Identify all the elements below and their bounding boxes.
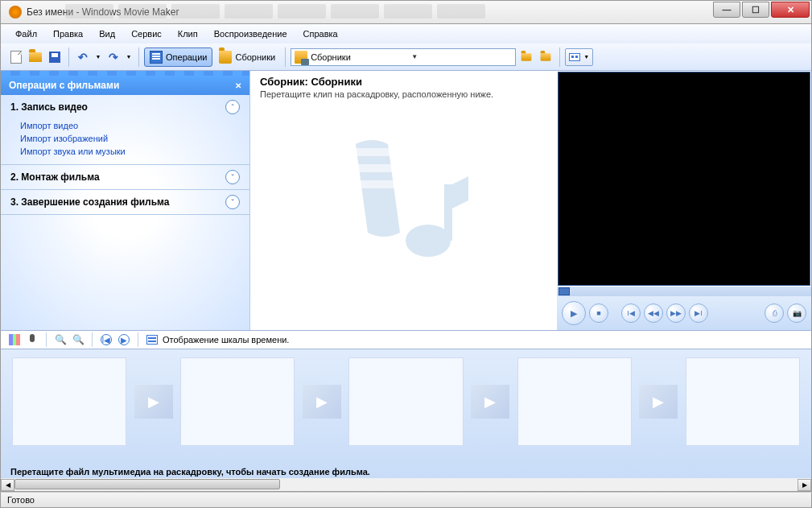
next-button[interactable]: ▶I	[689, 303, 708, 323]
menu-file[interactable]: Файл	[7, 27, 45, 41]
collection-selected-label: Сборники	[311, 52, 411, 62]
narrate-button[interactable]	[25, 332, 39, 347]
menu-service[interactable]: Сервис	[123, 27, 170, 41]
import-audio-link[interactable]: Импорт звука или музыки	[20, 145, 240, 158]
tasks-section-2-header[interactable]: 2. Монтаж фильма ˇ	[1, 165, 249, 189]
scroll-left-button[interactable]: ◀	[1, 479, 14, 491]
minimize-button[interactable]: —	[713, 2, 740, 18]
tasks-section-3-header[interactable]: 3. Завершение создания фильма ˇ	[1, 190, 249, 214]
levels-icon	[9, 334, 20, 345]
collections-toggle-label: Сборники	[235, 52, 275, 62]
new-icon	[10, 51, 22, 64]
maximize-button[interactable]: ☐	[742, 2, 769, 18]
collection-title: Сборник: Сборники	[260, 76, 547, 88]
main-area: Операции с фильмами ✕ 1. Запись видео ˆ …	[0, 71, 812, 330]
save-icon	[49, 52, 60, 63]
view-icon	[569, 53, 580, 61]
collections-toggle-button[interactable]: Сборники	[214, 47, 280, 67]
scroll-track[interactable]	[14, 479, 798, 491]
close-button[interactable]: ✕	[771, 2, 810, 18]
collection-icon	[295, 51, 307, 64]
storyboard-slot[interactable]	[180, 357, 295, 446]
tasks-header: Операции с фильмами ✕	[1, 76, 249, 95]
status-bar: Готово	[0, 492, 812, 508]
tasks-section-1-header[interactable]: 1. Запись видео ˆ	[1, 95, 249, 119]
collection-hint: Перетащите клип на раскадровку, располож…	[260, 89, 547, 99]
snapshot-button[interactable]: 📷	[787, 303, 806, 323]
undo-dropdown[interactable]: ▼	[93, 48, 103, 66]
menubar: Файл Правка Вид Сервис Клип Воспроизведе…	[0, 24, 812, 43]
tasks-section-2: 2. Монтаж фильма ˇ	[1, 165, 249, 190]
storyboard[interactable]: ▶ ▶ ▶ ▶ Перетащите файл мультимедиа на р…	[0, 349, 812, 478]
split-button[interactable]: ⎙	[765, 303, 784, 323]
transition-slot[interactable]: ▶	[632, 381, 686, 423]
open-project-button[interactable]	[27, 48, 44, 66]
tasks-close-button[interactable]: ✕	[235, 81, 241, 90]
menu-playback[interactable]: Воспроизведение	[206, 27, 295, 41]
zoom-in-button[interactable]: 🔍	[53, 332, 68, 347]
redo-dropdown[interactable]: ▼	[124, 48, 134, 66]
undo-button[interactable]: ↶	[74, 48, 92, 66]
rewind-button[interactable]: ◀◀	[644, 303, 663, 323]
prev-button[interactable]: I◀	[621, 303, 641, 323]
zoom-out-button[interactable]: 🔍	[71, 332, 85, 347]
scroll-thumb[interactable]	[14, 479, 280, 489]
timeline-view-toggle[interactable]	[145, 332, 159, 347]
redo-button[interactable]: ↷	[105, 48, 122, 66]
forward-button[interactable]: ▶▶	[666, 303, 686, 323]
tl-prev-button[interactable]: I◀	[99, 332, 113, 347]
view-dropdown[interactable]: ▼	[565, 48, 593, 66]
folder-icon	[219, 51, 232, 64]
window-controls: — ☐ ✕	[713, 2, 810, 18]
transition-slot[interactable]: ▶	[126, 381, 180, 423]
new-folder-button[interactable]	[537, 48, 554, 66]
chevron-up-icon: ˆ	[225, 100, 240, 114]
seek-bar[interactable]	[557, 287, 811, 296]
chevron-down-icon: ˇ	[225, 170, 240, 184]
scroll-right-button[interactable]: ▶	[798, 479, 811, 491]
menu-view[interactable]: Вид	[91, 27, 123, 41]
tasks-toggle-button[interactable]: Операции	[144, 47, 212, 67]
stop-button[interactable]: ■	[589, 303, 608, 323]
import-video-link[interactable]: Импорт видео	[20, 119, 240, 132]
prev-icon: I◀	[101, 334, 112, 345]
storyboard-slot[interactable]	[12, 357, 126, 446]
new-folder-icon	[541, 53, 551, 61]
new-project-button[interactable]	[7, 48, 25, 66]
storyboard-slot[interactable]	[686, 357, 800, 446]
play-icon: ▶	[118, 334, 130, 345]
collection-dropdown[interactable]: Сборники ▼	[291, 48, 516, 66]
storyboard-slot[interactable]	[348, 357, 463, 446]
menu-edit[interactable]: Правка	[45, 27, 91, 41]
save-project-button[interactable]	[46, 48, 64, 66]
toolbar: ↶ ▼ ↷ ▼ Операции Сборники Сборники ▼ ▼	[0, 43, 812, 71]
transition-slot[interactable]: ▶	[464, 381, 517, 423]
status-text: Готово	[7, 495, 35, 505]
separator	[138, 47, 139, 67]
zoom-out-icon: 🔍	[72, 334, 84, 345]
timeline-view-label[interactable]: Отображение шкалы времени.	[163, 335, 289, 345]
tasks-section-3: 3. Завершение создания фильма ˇ	[1, 190, 249, 215]
svg-rect-4	[444, 184, 452, 241]
horizontal-scrollbar[interactable]: ◀ ▶	[0, 478, 812, 492]
tl-play-button[interactable]: ▶	[117, 332, 131, 347]
play-button[interactable]: ▶	[562, 301, 586, 325]
undo-icon: ↶	[78, 51, 88, 64]
seek-marker[interactable]	[559, 287, 570, 295]
collection-panel: Сборник: Сборники Перетащите клип на рас…	[250, 71, 557, 330]
menu-clip[interactable]: Клип	[170, 27, 206, 41]
menu-help[interactable]: Справка	[295, 27, 346, 41]
transition-slot[interactable]: ▶	[295, 381, 348, 423]
nav-up-button[interactable]	[517, 48, 535, 66]
chevron-down-icon: ▼	[411, 53, 512, 60]
tasks-section-1-title: 1. Запись видео	[10, 101, 88, 113]
tasks-icon	[150, 51, 163, 64]
svg-rect-1	[354, 164, 394, 172]
open-icon	[29, 52, 42, 62]
storyboard-slot[interactable]	[517, 357, 632, 446]
tasks-header-title: Операции с фильмами	[9, 80, 119, 91]
tasks-section-1-links: Импорт видео Импорт изображений Импорт з…	[1, 119, 249, 164]
zoom-in-icon: 🔍	[55, 334, 67, 345]
audio-levels-button[interactable]	[7, 332, 22, 347]
import-images-link[interactable]: Импорт изображений	[20, 132, 240, 145]
